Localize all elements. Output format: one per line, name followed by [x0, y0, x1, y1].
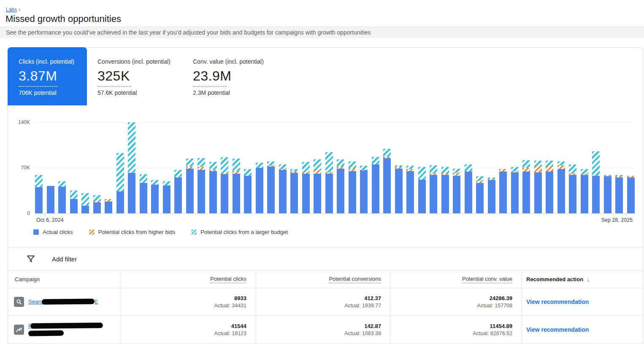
- bar-week-19[interactable]: [244, 169, 252, 213]
- bar-week-25[interactable]: [314, 159, 321, 213]
- seg-budget-segment: [233, 159, 240, 171]
- campaign-link[interactable]: Search | CompetitE: [28, 298, 98, 306]
- metric-card-conv-value[interactable]: Conv. value (incl. potential) 23.9M 2.3M…: [193, 58, 264, 96]
- potential-value: 11454.89: [490, 323, 512, 329]
- redaction-bar: [28, 330, 64, 336]
- bar-week-40[interactable]: [488, 177, 495, 213]
- bar-week-36[interactable]: [441, 167, 449, 213]
- actual-value: Actual: 82876.52: [473, 331, 512, 336]
- seg-actual-segment: [465, 172, 472, 213]
- bar-week-32[interactable]: [395, 165, 403, 213]
- column-header-potential-conv-value[interactable]: Potential conv. value: [391, 270, 522, 288]
- bar-week-47[interactable]: [569, 164, 576, 213]
- bar-week-49[interactable]: [592, 151, 600, 213]
- bar-week-3[interactable]: [58, 181, 66, 213]
- view-recommendation-link[interactable]: View recommendation: [526, 298, 589, 305]
- metric-card-clicks[interactable]: Clicks (incl. potential) 3.87M 706K pote…: [8, 47, 87, 105]
- metric-label: Clicks (incl. potential): [19, 58, 87, 65]
- seg-budget-segment: [430, 165, 437, 174]
- seg-bids-segment: [314, 170, 321, 174]
- bar-week-15[interactable]: [198, 158, 205, 213]
- campaign-link[interactable]: P: [28, 322, 103, 337]
- bar-week-16[interactable]: [209, 162, 217, 213]
- view-recommendation-link[interactable]: View recommendation: [526, 326, 589, 333]
- bar-week-5[interactable]: [81, 193, 89, 213]
- column-header-potential-clicks[interactable]: Potential clicks: [121, 270, 256, 288]
- bar-week-14[interactable]: [186, 159, 194, 213]
- metric-card-conversions[interactable]: Conversions (incl. potential) 325K 57.6K…: [97, 58, 170, 96]
- bar-week-10[interactable]: [140, 174, 147, 213]
- bar-week-45[interactable]: [546, 161, 553, 213]
- actual-value: Actual: 18123: [214, 331, 246, 336]
- bar-week-23[interactable]: [290, 169, 298, 213]
- page-subtitle: See the performance you could’ve achieve…: [0, 27, 644, 38]
- bar-week-38[interactable]: [465, 164, 472, 213]
- bar-week-1[interactable]: [35, 175, 43, 213]
- bar-plot: [35, 122, 635, 213]
- seg-actual-segment: [615, 177, 623, 213]
- bar-week-48[interactable]: [581, 169, 588, 213]
- bar-week-2[interactable]: [47, 186, 54, 213]
- legend-larger-budget: Potential clicks from a larger budget: [191, 229, 288, 235]
- bar-week-33[interactable]: [406, 166, 414, 213]
- bar-week-28[interactable]: [349, 161, 356, 213]
- bar-week-24[interactable]: [302, 162, 310, 213]
- legend-actual-clicks: Actual clicks: [33, 229, 73, 235]
- bar-week-41[interactable]: [499, 169, 507, 213]
- bar-week-7[interactable]: [105, 199, 112, 213]
- bar-week-37[interactable]: [453, 169, 460, 213]
- bar-week-18[interactable]: [233, 159, 240, 213]
- metric-value: 3.87M: [19, 68, 87, 84]
- add-filter-button[interactable]: Add filter: [8, 247, 643, 270]
- bar-week-20[interactable]: [256, 163, 263, 213]
- seg-actual-segment: [372, 164, 379, 213]
- seg-budget-segment: [116, 153, 124, 191]
- seg-budget-segment: [441, 167, 449, 173]
- seg-budget-segment: [372, 157, 379, 165]
- bar-week-30[interactable]: [372, 157, 379, 213]
- bar-week-4[interactable]: [70, 191, 78, 213]
- bar-week-8[interactable]: [116, 153, 124, 213]
- seg-budget-segment: [476, 176, 484, 181]
- potential-value: 8933: [234, 295, 246, 301]
- legend-label: Actual clicks: [43, 229, 73, 235]
- gridline-140k: [35, 122, 635, 123]
- bar-week-44[interactable]: [534, 161, 542, 213]
- bar-week-42[interactable]: [511, 167, 519, 213]
- bar-week-13[interactable]: [174, 170, 182, 213]
- bar-week-11[interactable]: [151, 180, 159, 213]
- column-header-campaign[interactable]: Campaign: [8, 270, 121, 288]
- dotted-underline: [19, 86, 57, 87]
- bar-week-46[interactable]: [557, 161, 565, 213]
- bar-week-6[interactable]: [93, 195, 101, 213]
- bar-week-50[interactable]: [604, 175, 612, 213]
- column-header-recommended-action[interactable]: Recommended action ↓: [522, 270, 643, 288]
- bar-week-34[interactable]: [418, 167, 426, 213]
- bar-week-26[interactable]: [325, 152, 333, 213]
- labs-link[interactable]: Labs: [6, 7, 17, 13]
- bar-week-39[interactable]: [476, 176, 484, 213]
- bar-week-22[interactable]: [279, 164, 287, 213]
- seg-actual-segment: [592, 176, 600, 213]
- seg-budget-segment: [256, 163, 263, 168]
- seg-budget-segment: [314, 159, 321, 170]
- breadcrumb: Labs›: [6, 7, 20, 13]
- bar-week-17[interactable]: [221, 157, 228, 213]
- bar-week-29[interactable]: [360, 166, 368, 213]
- chevron-right-icon: ›: [19, 7, 20, 13]
- bar-week-52[interactable]: [627, 176, 635, 213]
- bar-week-21[interactable]: [267, 161, 275, 213]
- bar-week-9[interactable]: [128, 122, 135, 213]
- seg-actual-segment: [221, 174, 228, 213]
- bar-week-12[interactable]: [163, 181, 170, 213]
- bar-week-43[interactable]: [522, 160, 530, 213]
- x-axis-end-label: Sep 28, 2025: [557, 217, 633, 223]
- seg-budget-segment: [406, 166, 414, 169]
- bar-week-35[interactable]: [430, 165, 437, 213]
- bar-week-31[interactable]: [383, 149, 391, 213]
- seg-budget-segment: [81, 193, 89, 205]
- potential-value: 24286.39: [490, 295, 512, 301]
- column-header-potential-conversions[interactable]: Potential conversions: [256, 270, 391, 288]
- bar-week-27[interactable]: [337, 159, 344, 213]
- bar-week-51[interactable]: [615, 175, 623, 213]
